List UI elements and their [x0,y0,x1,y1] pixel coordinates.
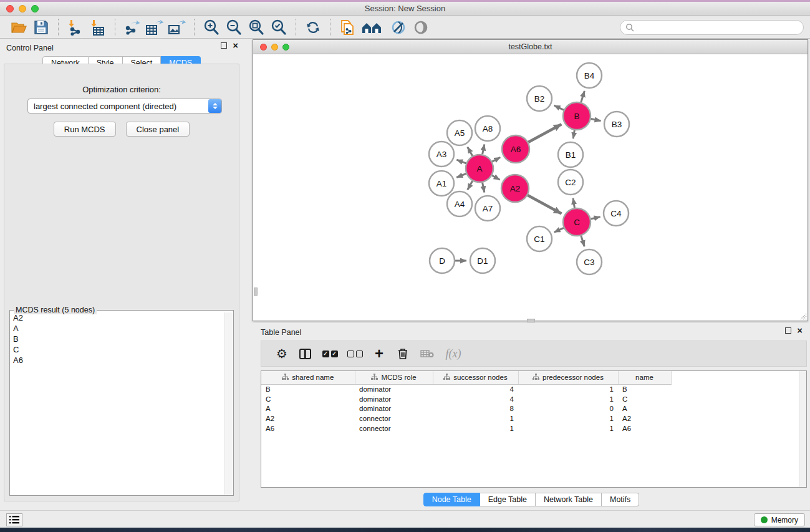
delete-table-icon[interactable] [415,344,440,363]
float-panel-icon[interactable] [221,42,227,49]
cell[interactable]: C [618,394,671,404]
node-A7[interactable]: A7 [475,196,500,221]
node-B4[interactable]: B4 [577,63,602,88]
network-window-titlebar[interactable]: testGlobe.txt [253,40,808,54]
close-panel-button[interactable]: Close panel [126,122,190,137]
column-header-successor-nodes[interactable]: successor nodes [433,371,518,384]
close-table-panel-icon[interactable]: × [797,327,803,334]
export-image-icon[interactable] [168,19,186,36]
node-A2[interactable]: A2 [501,175,529,202]
cell[interactable]: 0 [518,404,618,414]
cell[interactable]: 1 [518,394,618,404]
delete-column-icon[interactable] [391,344,415,363]
hide-selected-icon[interactable] [389,19,408,36]
import-network-icon[interactable] [66,19,85,36]
cell[interactable]: B [618,384,671,394]
node-B1[interactable]: B1 [558,142,583,167]
edge-B-B2[interactable] [554,105,564,110]
cell[interactable]: dominator [355,384,433,394]
edge-C-C2[interactable] [573,198,574,208]
node-B[interactable]: B [563,102,591,130]
cell[interactable]: 1 [518,414,618,423]
table-row[interactable]: A2connector11A2 [261,414,671,423]
edge-A-A2[interactable] [492,175,500,180]
add-column-icon[interactable]: + [367,344,391,363]
mcds-result-item[interactable]: B [11,334,224,344]
mcds-result-item[interactable]: A [11,323,224,334]
table-tab-node-table[interactable]: Node Table [423,493,480,506]
column-header-name[interactable]: name [618,371,671,384]
table-tab-motifs[interactable]: Motifs [602,493,639,506]
edge-A-A7[interactable] [483,183,485,193]
refresh-layout-icon[interactable] [304,19,322,36]
cell[interactable]: dominator [355,394,433,404]
cell[interactable]: A [618,404,671,414]
run-mcds-button[interactable]: Run MCDS [54,122,116,137]
zoom-fit-icon[interactable] [247,19,266,36]
search-input[interactable] [634,21,803,34]
show-graphics-details-icon[interactable] [412,19,430,36]
cell[interactable]: B [261,384,355,394]
node-C2[interactable]: C2 [558,170,583,195]
network-vertical-scrollbar-thumb[interactable] [254,288,258,296]
cell[interactable]: A2 [261,414,355,423]
mcds-result-item[interactable]: A6 [11,355,224,365]
cell[interactable]: 4 [433,394,518,404]
table-tab-network-table[interactable]: Network Table [536,493,602,506]
mcds-result-item[interactable]: C [11,344,224,355]
node-B3[interactable]: B3 [604,112,629,137]
column-header-mcds-role[interactable]: MCDS role [355,371,433,384]
zoom-selected-icon[interactable] [269,19,288,36]
export-network-icon[interactable] [123,19,142,36]
node-C4[interactable]: C4 [604,201,629,226]
cell[interactable]: dominator [355,404,433,414]
import-table-icon[interactable] [89,19,107,36]
cell[interactable]: A [261,404,355,414]
cell[interactable]: 8 [433,404,518,414]
edge-C-C1[interactable] [554,228,564,232]
function-builder-icon[interactable]: f(x) [440,344,467,363]
edge-A-A4[interactable] [468,181,473,190]
search-field[interactable] [620,20,804,35]
edge-A-A3[interactable] [456,160,466,163]
open-file-icon[interactable] [9,19,28,36]
table-settings-icon[interactable]: ⚙ [271,344,292,363]
table-row[interactable]: Cdominator41C [261,394,671,404]
select-all-rows-icon[interactable]: ✓✓ [317,344,342,363]
resize-grip-icon[interactable] [799,312,807,320]
table-tab-edge-table[interactable]: Edge Table [480,493,536,506]
deselect-all-rows-icon[interactable] [342,344,367,363]
edge-B-B3[interactable] [591,119,601,121]
zoom-in-icon[interactable] [202,19,221,36]
cell[interactable]: A6 [618,423,671,433]
network-canvas[interactable]: B4B2BB3A5A8A6B1A3AC2A1A2A4A7C4CC1DD1C3 [254,55,807,320]
node-A6[interactable]: A6 [502,135,529,163]
node-C1[interactable]: C1 [527,226,552,251]
cell[interactable]: connector [355,414,433,423]
edge-B-B4[interactable] [581,91,585,102]
zoom-out-icon[interactable] [224,19,243,36]
copy-network-icon[interactable] [338,19,357,36]
mcds-result-scrollbar[interactable] [224,312,233,495]
cell[interactable]: A2 [618,414,671,423]
cell[interactable]: connector [355,423,433,433]
float-table-panel-icon[interactable] [785,327,791,334]
cell[interactable]: 1 [433,414,518,423]
edge-C-C3[interactable] [581,236,584,246]
edge-A6-B[interactable] [528,124,561,142]
node-A4[interactable]: A4 [447,191,472,216]
column-header-predecessor-nodes[interactable]: predecessor nodes [518,371,618,384]
edge-A-A8[interactable] [483,144,485,154]
node-A8[interactable]: A8 [475,116,500,141]
node-A[interactable]: A [466,155,493,182]
close-panel-icon[interactable]: × [233,42,238,49]
edge-A2-C[interactable] [528,195,561,214]
mcds-result-item[interactable]: A2 [11,312,224,323]
cell[interactable]: C [261,394,355,404]
first-neighbors-icon[interactable] [360,19,385,36]
edge-B-B1[interactable] [573,130,574,139]
cell[interactable]: 1 [518,423,618,433]
cell[interactable]: 1 [433,423,518,433]
column-header-shared-name[interactable]: shared name [261,371,355,384]
edge-A-A6[interactable] [492,157,500,162]
